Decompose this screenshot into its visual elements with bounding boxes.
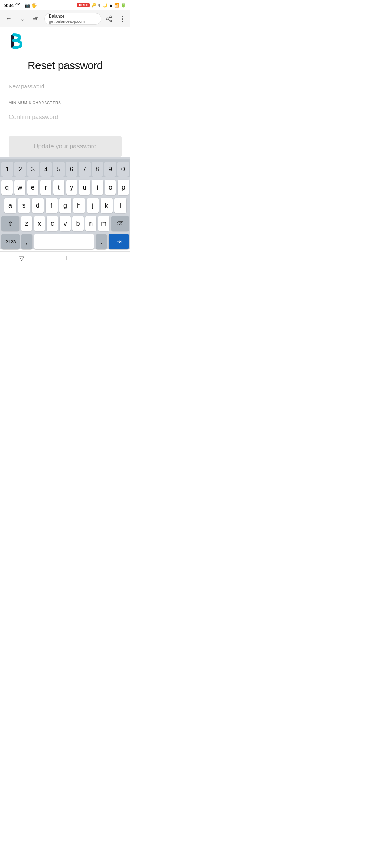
backspace-key[interactable]: ⌫ — [111, 216, 129, 231]
back-button[interactable]: ← — [3, 13, 14, 25]
key-w[interactable]: w — [14, 180, 26, 195]
tab-options-button[interactable] — [30, 13, 42, 25]
svg-point-1 — [35, 18, 37, 20]
key-e[interactable]: e — [27, 180, 38, 195]
dropdown-button[interactable]: ⌄ — [17, 13, 28, 25]
address-bar[interactable]: Balance get.balanceapp.com — [44, 13, 101, 25]
new-password-field-group: New password MINIMUM 6 CHARACTERS — [9, 83, 122, 105]
svg-line-6 — [108, 19, 110, 20]
key-i[interactable]: i — [92, 180, 103, 195]
key-4[interactable]: 4 — [40, 162, 52, 177]
key-0[interactable]: 0 — [117, 162, 129, 177]
keyboard-row-1: q w e r t y u i o p — [0, 180, 130, 195]
cast-icon: 🖐 — [31, 3, 37, 8]
numeric-key[interactable]: ?123 — [1, 234, 20, 249]
keyboard-row-bottom: ?123 , . ⇥ — [0, 234, 130, 249]
key-8[interactable]: 8 — [92, 162, 104, 177]
shift-key[interactable]: ⇧ — [1, 216, 19, 231]
signal-icon: ▲ — [109, 3, 113, 7]
balance-logo — [9, 33, 25, 49]
key-icon: 🔑 — [91, 3, 96, 8]
status-icons: REC 🔑 ✳ 🌙 ▲ 📶 🔋 — [77, 3, 126, 8]
svg-point-0 — [33, 18, 35, 20]
site-url: get.balanceapp.com — [49, 19, 85, 24]
update-password-button[interactable]: Update your password — [9, 136, 122, 157]
home-nav-button[interactable]: □ — [63, 254, 67, 262]
enter-key[interactable]: ⇥ — [109, 234, 129, 249]
logo-area — [9, 33, 122, 51]
key-2[interactable]: 2 — [14, 162, 26, 177]
site-name: Balance — [49, 14, 85, 19]
key-v[interactable]: v — [60, 216, 71, 231]
key-g[interactable]: g — [59, 198, 71, 213]
text-cursor — [9, 90, 9, 97]
battery-icon: 🔋 — [121, 3, 126, 8]
confirm-password-field-group: Confirm password — [9, 114, 122, 123]
key-r[interactable]: r — [40, 180, 51, 195]
recents-nav-button[interactable]: ☰ — [105, 254, 111, 262]
key-5[interactable]: 5 — [53, 162, 65, 177]
browser-bar: ← ⌄ Balance get.balanceapp.com ⋮ — [0, 10, 130, 27]
keyboard-number-row: 1 2 3 4 5 6 7 8 9 0 — [0, 159, 130, 177]
more-options-button[interactable]: ⋮ — [117, 13, 127, 24]
key-a[interactable]: a — [4, 198, 16, 213]
status-time: 9:34 AM 📷 🖐 — [4, 2, 37, 8]
key-k[interactable]: k — [101, 198, 113, 213]
key-p[interactable]: p — [118, 180, 129, 195]
key-3[interactable]: 3 — [27, 162, 39, 177]
keyboard-row-3: ⇧ z x c v b n m ⌫ — [0, 216, 130, 231]
share-button[interactable] — [104, 13, 114, 24]
wifi-icon: 📶 — [114, 3, 119, 8]
bluetooth-icon: ✳ — [98, 3, 101, 8]
moon-icon: 🌙 — [102, 3, 108, 8]
key-9[interactable]: 9 — [104, 162, 116, 177]
key-6[interactable]: 6 — [66, 162, 78, 177]
svg-line-7 — [108, 17, 110, 18]
page-content: Reset password New password MINIMUM 6 CH… — [0, 27, 130, 157]
key-1[interactable]: 1 — [1, 162, 13, 177]
key-b[interactable]: b — [72, 216, 84, 231]
key-z[interactable]: z — [21, 216, 32, 231]
key-y[interactable]: y — [66, 180, 77, 195]
status-bar: 9:34 AM 📷 🖐 REC 🔑 ✳ 🌙 ▲ 📶 🔋 — [0, 0, 130, 10]
key-d[interactable]: d — [32, 198, 44, 213]
key-h[interactable]: h — [73, 198, 85, 213]
enter-arrow-icon: ⇥ — [116, 238, 122, 246]
key-7[interactable]: 7 — [79, 162, 91, 177]
key-m[interactable]: m — [98, 216, 109, 231]
new-password-label: New password — [9, 83, 122, 89]
recording-indicator: REC — [77, 3, 90, 7]
back-nav-button[interactable]: ▽ — [19, 254, 24, 262]
key-x[interactable]: x — [34, 216, 45, 231]
key-l[interactable]: l — [114, 198, 126, 213]
key-f[interactable]: f — [46, 198, 58, 213]
space-key[interactable] — [34, 234, 94, 249]
page-title: Reset password — [9, 59, 122, 72]
key-u[interactable]: u — [79, 180, 90, 195]
key-q[interactable]: q — [1, 180, 13, 195]
key-t[interactable]: t — [53, 180, 64, 195]
key-c[interactable]: c — [47, 216, 58, 231]
key-s[interactable]: s — [18, 198, 30, 213]
password-hint: MINIMUM 6 CHARACTERS — [9, 101, 122, 105]
period-key[interactable]: . — [96, 234, 107, 249]
key-j[interactable]: j — [87, 198, 99, 213]
new-password-input-wrap[interactable] — [9, 90, 122, 99]
keyboard-row-2: a s d f g h j k l — [0, 198, 130, 213]
camera-icon: 📷 — [24, 3, 30, 8]
comma-key[interactable]: , — [21, 234, 32, 249]
key-o[interactable]: o — [105, 180, 116, 195]
confirm-password-placeholder[interactable]: Confirm password — [9, 114, 58, 120]
android-nav-bar: ▽ □ ☰ — [0, 251, 130, 264]
keyboard: 1 2 3 4 5 6 7 8 9 0 q w e r t y u i o p … — [0, 157, 130, 249]
key-n[interactable]: n — [85, 216, 97, 231]
